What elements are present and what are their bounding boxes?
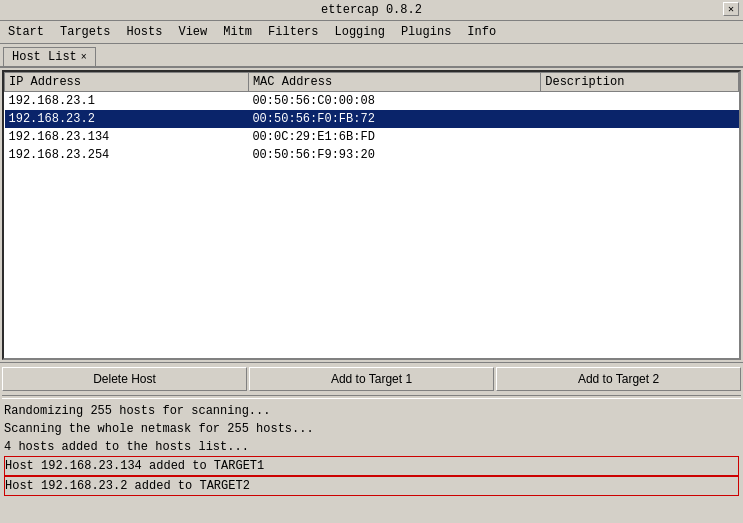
tab-bar: Host List × <box>0 44 743 68</box>
menu-item-filters[interactable]: Filters <box>262 23 324 41</box>
cell-desc <box>541 128 739 146</box>
menu-item-hosts[interactable]: Hosts <box>120 23 168 41</box>
action-buttons: Delete Host Add to Target 1 Add to Targe… <box>0 362 743 395</box>
menu-item-view[interactable]: View <box>172 23 213 41</box>
log-line: Host 192.168.23.134 added to TARGET1 <box>4 456 739 476</box>
host-table-container: IP Address MAC Address Description 192.1… <box>2 70 741 360</box>
host-list-tab[interactable]: Host List × <box>3 47 96 66</box>
menu-bar: StartTargetsHostsViewMitmFiltersLoggingP… <box>0 21 743 44</box>
close-button[interactable]: ✕ <box>723 2 739 16</box>
log-line: Scanning the whole netmask for 255 hosts… <box>4 420 739 438</box>
table-row[interactable]: 192.168.23.100:50:56:C0:00:08 <box>5 92 739 111</box>
cell-ip: 192.168.23.134 <box>5 128 249 146</box>
col-desc: Description <box>541 73 739 92</box>
cell-mac: 00:50:56:F9:93:20 <box>248 146 540 164</box>
cell-desc <box>541 146 739 164</box>
menu-item-mitm[interactable]: Mitm <box>217 23 258 41</box>
menu-item-info[interactable]: Info <box>461 23 502 41</box>
table-row[interactable]: 192.168.23.13400:0C:29:E1:6B:FD <box>5 128 739 146</box>
delete-host-button[interactable]: Delete Host <box>2 367 247 391</box>
table-row[interactable]: 192.168.23.200:50:56:F0:FB:72 <box>5 110 739 128</box>
cell-ip: 192.168.23.254 <box>5 146 249 164</box>
tab-label: Host List <box>12 50 77 64</box>
tab-close-icon[interactable]: × <box>81 52 87 63</box>
host-table: IP Address MAC Address Description 192.1… <box>4 72 739 164</box>
app-title: ettercap 0.8.2 <box>321 3 422 17</box>
menu-item-plugins[interactable]: Plugins <box>395 23 457 41</box>
log-line: Host 192.168.23.2 added to TARGET2 <box>4 476 739 496</box>
cell-ip: 192.168.23.2 <box>5 110 249 128</box>
cell-mac: 00:0C:29:E1:6B:FD <box>248 128 540 146</box>
menu-item-start[interactable]: Start <box>2 23 50 41</box>
title-bar: ettercap 0.8.2 ✕ <box>0 0 743 21</box>
cell-desc <box>541 92 739 111</box>
menu-item-logging[interactable]: Logging <box>329 23 391 41</box>
cell-mac: 00:50:56:C0:00:08 <box>248 92 540 111</box>
table-row[interactable]: 192.168.23.25400:50:56:F9:93:20 <box>5 146 739 164</box>
menu-item-targets[interactable]: Targets <box>54 23 116 41</box>
add-target2-button[interactable]: Add to Target 2 <box>496 367 741 391</box>
col-mac: MAC Address <box>248 73 540 92</box>
cell-ip: 192.168.23.1 <box>5 92 249 111</box>
log-line: Randomizing 255 hosts for scanning... <box>4 402 739 420</box>
log-line: 4 hosts added to the hosts list... <box>4 438 739 456</box>
col-ip: IP Address <box>5 73 249 92</box>
cell-mac: 00:50:56:F0:FB:72 <box>248 110 540 128</box>
log-area: Randomizing 255 hosts for scanning...Sca… <box>0 399 743 512</box>
add-target1-button[interactable]: Add to Target 1 <box>249 367 494 391</box>
cell-desc <box>541 110 739 128</box>
